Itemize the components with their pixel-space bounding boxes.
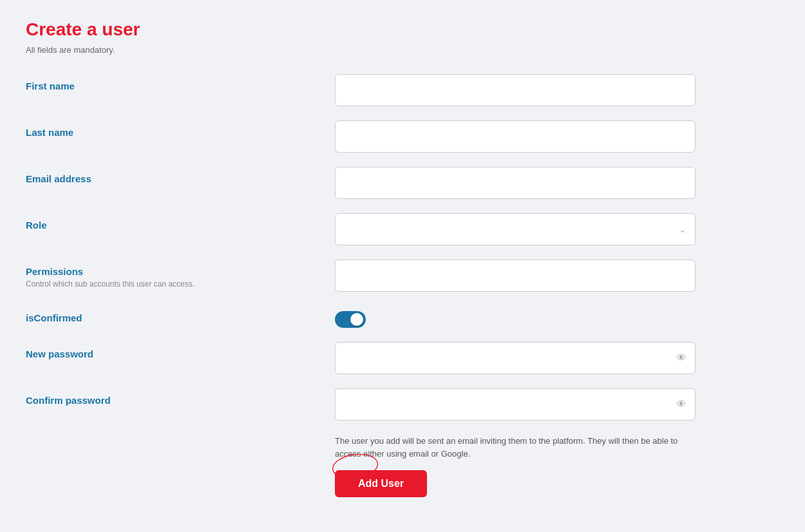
eye-icon[interactable]: 👁 xyxy=(676,352,687,364)
eye-icon-confirm[interactable]: 👁 xyxy=(676,399,687,410)
is-confirmed-toggle[interactable] xyxy=(335,311,366,328)
first-name-input[interactable] xyxy=(335,74,696,106)
role-row: Role Admin User Manager ⌄ xyxy=(26,213,683,245)
last-name-input[interactable] xyxy=(335,120,696,153)
permissions-input[interactable] xyxy=(335,260,696,292)
permissions-sublabel: Control which sub accounts this user can… xyxy=(26,280,335,289)
email-label: Email address xyxy=(26,173,91,184)
role-select[interactable]: Admin User Manager xyxy=(335,213,696,245)
role-label: Role xyxy=(26,220,47,231)
page-subtitle: All fields are mandatory. xyxy=(26,45,683,55)
last-name-label: Last name xyxy=(26,127,73,138)
confirm-password-label: Confirm password xyxy=(26,395,111,406)
add-user-button[interactable]: Add User xyxy=(335,470,427,497)
permissions-label: Permissions xyxy=(26,266,83,277)
first-name-label: First name xyxy=(26,81,75,91)
is-confirmed-label: isConfirmed xyxy=(26,312,82,323)
confirm-password-row: Confirm password 👁 xyxy=(26,388,683,421)
new-password-input[interactable] xyxy=(335,342,696,374)
is-confirmed-row: isConfirmed xyxy=(26,306,683,328)
email-row: Email address xyxy=(26,167,683,199)
info-text: The user you add will be sent an email i… xyxy=(335,435,696,460)
new-password-label: New password xyxy=(26,348,93,359)
email-input[interactable] xyxy=(335,167,696,199)
add-user-wrapper: Add User xyxy=(335,470,427,497)
new-password-row: New password 👁 xyxy=(26,342,683,374)
permissions-row: Permissions Control which sub accounts t… xyxy=(26,260,683,292)
last-name-row: Last name xyxy=(26,120,683,153)
page-title: Create a user xyxy=(26,19,683,40)
first-name-row: First name xyxy=(26,74,683,106)
confirm-password-input[interactable] xyxy=(335,388,696,421)
